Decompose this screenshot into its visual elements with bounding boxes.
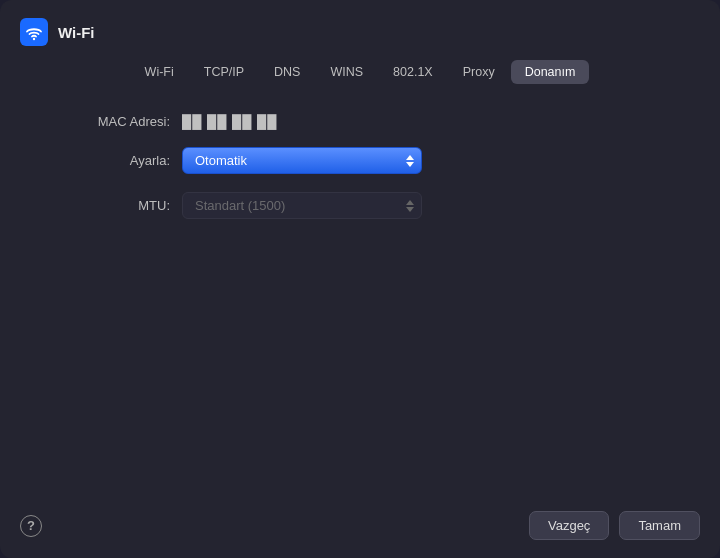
mac-value: ██ ██ ██ ██ <box>182 114 278 129</box>
tabs-bar: Wi-Fi TCP/IP DNS WINS 802.1X Proxy Donan… <box>0 56 720 84</box>
mtu-field-wrapper: Standart (1500) <box>182 192 422 219</box>
mac-row: MAC Adresi: ██ ██ ██ ██ <box>60 114 660 129</box>
svg-point-1 <box>33 38 35 40</box>
ayarla-label: Ayarla: <box>60 153 170 168</box>
content-area: MAC Adresi: ██ ██ ██ ██ Ayarla: Otomatik… <box>0 84 720 499</box>
mac-label: MAC Adresi: <box>60 114 170 129</box>
ayarla-select[interactable]: Otomatik <box>182 147 422 174</box>
tab-donanim[interactable]: Donanım <box>511 60 590 84</box>
footer: ? Vazgeç Tamam <box>0 499 720 558</box>
ayarla-select-wrapper: Otomatik <box>182 147 422 174</box>
tab-tcpip[interactable]: TCP/IP <box>190 60 258 84</box>
cancel-button[interactable]: Vazgeç <box>529 511 609 540</box>
mtu-row: MTU: Standart (1500) <box>60 192 660 219</box>
main-window: Wi-Fi Wi-Fi TCP/IP DNS WINS 802.1X Proxy… <box>0 0 720 558</box>
tab-wins[interactable]: WINS <box>316 60 377 84</box>
ok-button[interactable]: Tamam <box>619 511 700 540</box>
tab-8021x[interactable]: 802.1X <box>379 60 447 84</box>
window-title: Wi-Fi <box>58 24 95 41</box>
title-bar: Wi-Fi <box>0 0 720 56</box>
mtu-label: MTU: <box>60 198 170 213</box>
wifi-icon <box>20 18 48 46</box>
footer-buttons: Vazgeç Tamam <box>529 511 700 540</box>
tab-proxy[interactable]: Proxy <box>449 60 509 84</box>
mtu-select[interactable]: Standart (1500) <box>182 192 422 219</box>
ayarla-row: Ayarla: Otomatik <box>60 147 660 174</box>
tab-dns[interactable]: DNS <box>260 60 314 84</box>
tab-wifi[interactable]: Wi-Fi <box>131 60 188 84</box>
help-button[interactable]: ? <box>20 515 42 537</box>
